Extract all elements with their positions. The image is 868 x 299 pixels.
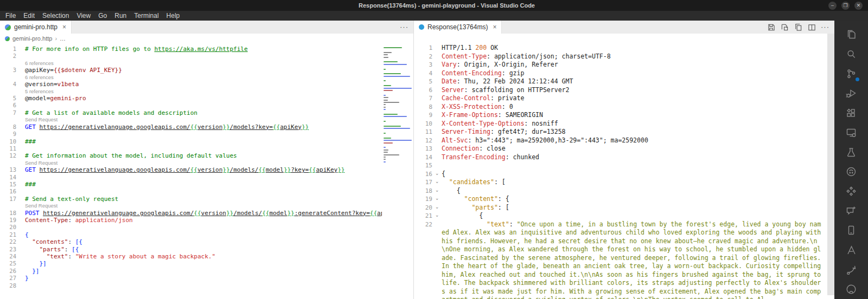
save-full-response-icon[interactable] [767,23,775,31]
code-link[interactable]: /models?key= [230,123,273,131]
response-code-area[interactable]: 1HTTP/1.1 200 OK2Content-Type: applicati… [414,34,834,299]
code-token: : Thu, 22 Feb 2024 12:12:44 GMT [457,77,573,85]
code-token: "parts" [40,246,65,253]
menu-run[interactable]: Run [111,12,130,20]
fold-chevron-icon[interactable]: › [432,178,442,187]
code-token: Content-Type [442,53,487,60]
code-link[interactable]: ?key= [291,166,309,173]
code-token: : [ [498,204,509,211]
response-line: 21› { [414,212,834,220]
gutter-gap [16,53,25,60]
fold-chevron-icon[interactable]: › [432,187,442,196]
menu-edit[interactable]: Edit [20,12,39,20]
close-tab-icon[interactable]: × [62,23,66,31]
codelens-link[interactable]: 5 references [25,88,54,95]
minimap-line [384,128,410,129]
gutter-gap [16,131,25,138]
more-actions-icon[interactable]: ··· [821,24,829,30]
code-token: version [201,210,226,217]
save-response-body-icon[interactable] [780,23,789,31]
close-tab-icon[interactable]: × [493,23,496,31]
menu-file[interactable]: File [2,12,20,20]
fold-chevron-icon[interactable]: › [432,204,442,212]
code-token: version [197,123,222,131]
code-link[interactable]: /models/ [230,166,259,173]
minimap-line [384,100,388,101]
gutter-gap [16,181,25,188]
source-control-icon[interactable] [834,64,868,83]
github-icon[interactable] [834,280,868,299]
code-token: "text" [487,220,509,228]
activity-bar [834,21,868,299]
breadcrumb[interactable]: gemini-pro.http › … [0,34,413,43]
code-link[interactable]: https://aka.ms/vs/httpfile [154,46,247,53]
breadcrumb-symbol[interactable]: … [60,35,66,42]
gutter-gap [16,196,25,203]
minimap[interactable] [382,43,413,299]
menu-help[interactable]: Help [163,12,184,20]
fold-chevron-icon[interactable]: › [432,170,442,179]
code-link[interactable]: https://generativelanguage.googleapis.co… [40,166,190,173]
gutter-gap [16,102,25,109]
code-token: : scaffolding on HTTPServer2 [464,86,570,94]
copilot-icon[interactable] [834,162,868,181]
code-token: Content-Type [25,217,68,224]
code-line: 27} [0,275,382,282]
code-token: Date [442,77,457,85]
code-token: v1beta [58,81,79,88]
code-line: 12# Get information about the model, inc… [0,152,382,159]
close-icon[interactable]: ✕ [854,2,863,10]
code-token: : h3=":443"; ma=2592000,h3-29=":443"; ma… [468,136,648,144]
fold-chevron-icon[interactable]: › [432,212,442,220]
more-actions-icon[interactable]: ··· [400,24,409,30]
line-number: 11 [414,128,432,136]
azure-icon[interactable] [834,240,868,260]
code-token: : gfet4t7; dur=13258 [490,128,565,135]
restore-icon[interactable]: ❐ [841,2,850,10]
tab-response[interactable]: Response(13764ms) × [414,21,502,34]
minimap-line [384,159,386,160]
remote-explorer-icon[interactable] [834,123,868,142]
line-content: "text": "Once upon a time, in a bustling… [442,220,834,299]
feedback-icon[interactable] [834,201,868,220]
run-debug-icon[interactable] [834,83,868,103]
gutter-gap [16,46,25,53]
menu-terminal[interactable]: Terminal [130,12,162,20]
line-content: Content-Encoding: gzip [442,69,834,78]
fold-chevron-icon[interactable]: › [432,195,442,204]
codelens-link[interactable]: 6 references [25,60,54,67]
response-line: 10X-Content-Type-Options: nosniff [414,120,834,128]
breadcrumb-file[interactable]: gemini-pro.http [12,35,52,42]
line-number: 21 [0,231,16,238]
menu-go[interactable]: Go [94,12,111,20]
code-token [25,253,47,260]
pipeline-icon[interactable] [834,260,868,280]
code-link[interactable]: /models/ [233,210,262,217]
codelens-link[interactable]: 6 references [25,74,54,81]
search-icon[interactable] [834,44,868,64]
code-token: OK [487,44,498,51]
codelens-link[interactable]: Send Request [25,160,58,167]
codelens-link[interactable]: Send Request [25,116,58,123]
code-link[interactable]: https://generativelanguage.googleapis.co… [40,123,190,131]
code-link[interactable]: https://generativelanguage.googleapis.co… [43,210,194,217]
split-editor-icon[interactable] [807,23,816,31]
minimize-icon[interactable]: – [828,2,837,10]
explorer-icon[interactable] [834,25,868,44]
left-code-area[interactable]: 1# For more info on HTTP files go to htt… [0,43,382,299]
copy-response-body-icon[interactable] [794,23,802,31]
code-link[interactable]: :generateContent?key= [295,210,370,217]
mobile-preview-icon[interactable] [834,220,868,240]
menu-view[interactable]: View [73,12,94,20]
codelens-link[interactable]: Send Request [25,203,58,210]
tab-gemini-pro-http[interactable]: gemini-pro.http × [0,21,72,34]
gutter-gap [16,217,25,224]
gutter-gap [16,246,25,253]
testing-icon[interactable] [834,142,868,162]
vertical-scrollbar[interactable] [827,34,834,295]
menu-selection[interactable]: Selection [39,12,73,20]
diamonds-extension-icon[interactable] [834,181,868,201]
code-token: model [269,210,287,217]
extensions-icon[interactable] [834,103,868,123]
code-line: 5@model=gemini-pro [0,95,382,102]
